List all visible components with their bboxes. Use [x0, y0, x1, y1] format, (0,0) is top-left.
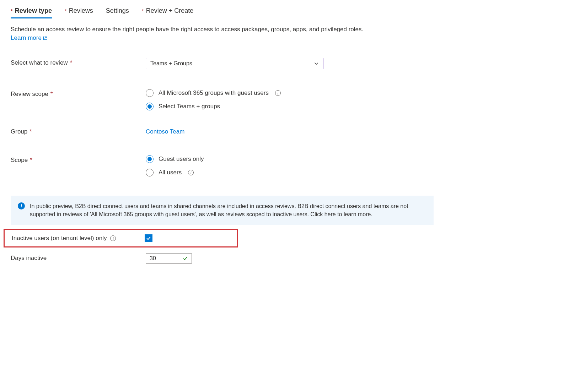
days-inactive-input[interactable]: 30	[146, 253, 192, 264]
tab-review-create[interactable]: * Review + Create	[142, 7, 193, 18]
tab-label: Settings	[106, 7, 129, 15]
tab-settings[interactable]: Settings	[106, 7, 129, 18]
review-scope-option-select-teams[interactable]: Select Teams + groups	[146, 103, 574, 110]
option-label: All Microsoft 365 groups with guest user…	[159, 89, 269, 97]
required-asterisk: *	[70, 59, 73, 66]
review-scope-option-all-m365[interactable]: All Microsoft 365 groups with guest user…	[146, 89, 574, 97]
group-value-link[interactable]: Contoso Team	[146, 127, 184, 135]
info-icon[interactable]: i	[275, 90, 281, 96]
select-what-dropdown[interactable]: Teams + Groups	[146, 58, 323, 69]
tab-label: Review + Create	[146, 7, 194, 15]
review-scope-group: All Microsoft 365 groups with guest user…	[146, 89, 574, 110]
info-icon: i	[18, 202, 25, 209]
inactive-only-label: Inactive users (on tenant level) only i	[12, 235, 145, 242]
required-asterisk: *	[29, 128, 32, 135]
scope-label: Scope *	[11, 155, 146, 164]
banner-text[interactable]: In public preview, B2B direct connect us…	[30, 202, 426, 218]
scope-option-all-users[interactable]: All users i	[146, 169, 574, 176]
scope-option-guest-users[interactable]: Guest users only	[146, 155, 574, 163]
external-link-icon	[43, 36, 47, 40]
tab-review-type[interactable]: * Review type	[11, 7, 52, 18]
highlighted-inactive-users-row: Inactive users (on tenant level) only i	[4, 229, 238, 247]
required-asterisk: *	[142, 8, 144, 14]
required-asterisk: *	[11, 8, 13, 14]
tab-label: Reviews	[69, 7, 93, 15]
info-icon[interactable]: i	[110, 235, 116, 241]
group-label: Group *	[11, 127, 146, 135]
required-asterisk: *	[65, 8, 67, 14]
radio-icon	[146, 169, 154, 176]
learn-more-link[interactable]: Learn more	[11, 34, 47, 42]
required-asterisk: *	[50, 91, 53, 98]
option-label: Guest users only	[159, 156, 204, 163]
select-what-label: Select what to review *	[11, 58, 146, 66]
info-icon[interactable]: i	[188, 170, 194, 175]
radio-icon	[146, 89, 154, 97]
tab-label: Review type	[15, 7, 52, 15]
tabs-bar: * Review type * Reviews Settings * Revie…	[11, 7, 574, 19]
days-inactive-value: 30	[150, 255, 156, 262]
option-label: Select Teams + groups	[159, 103, 220, 110]
checkmark-icon	[146, 236, 151, 241]
learn-more-label: Learn more	[11, 34, 42, 42]
chevron-down-icon	[314, 61, 319, 66]
radio-icon	[146, 103, 154, 110]
preview-info-banner: i In public preview, B2B direct connect …	[11, 196, 434, 225]
option-label: All users	[159, 169, 182, 176]
radio-icon	[146, 155, 154, 163]
required-asterisk: *	[30, 157, 32, 164]
select-what-value: Teams + Groups	[150, 60, 192, 67]
inactive-only-checkbox[interactable]	[145, 234, 152, 242]
checkmark-icon	[182, 256, 188, 261]
days-inactive-label: Days inactive	[11, 253, 146, 262]
review-scope-label: Review scope *	[11, 89, 146, 98]
page-description: Schedule an access review to ensure the …	[11, 26, 574, 33]
tab-reviews[interactable]: * Reviews	[65, 7, 93, 18]
scope-group: Guest users only All users i	[146, 155, 574, 176]
